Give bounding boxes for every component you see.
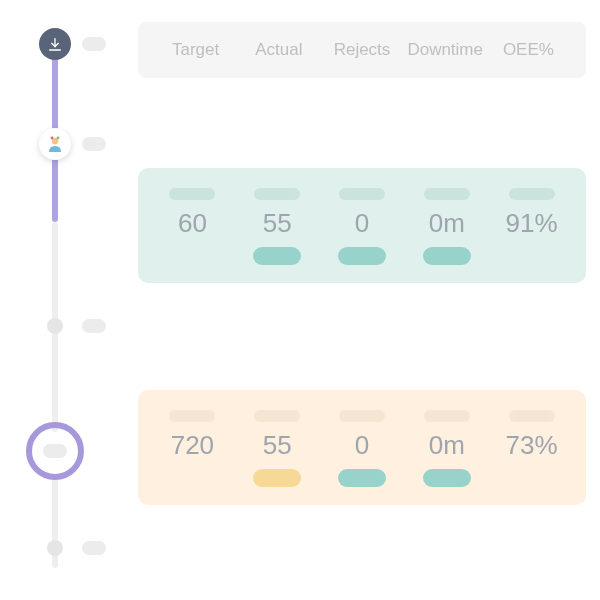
value-target: 720 bbox=[171, 430, 214, 461]
svg-point-3 bbox=[51, 137, 54, 140]
timeline-current-label bbox=[43, 444, 67, 458]
timeline-label-3 bbox=[82, 319, 106, 333]
actual-button[interactable] bbox=[253, 247, 301, 265]
rejects-button[interactable] bbox=[338, 469, 386, 487]
value-oee: 91% bbox=[506, 208, 558, 239]
label-chip bbox=[169, 188, 215, 200]
value-actual: 55 bbox=[263, 430, 292, 461]
value-target: 60 bbox=[178, 208, 207, 239]
label-chip bbox=[339, 188, 385, 200]
label-chip bbox=[339, 410, 385, 422]
label-chip bbox=[509, 410, 555, 422]
metrics-row-shift: 720 55 0 0m 73% bbox=[138, 390, 586, 505]
downtime-button[interactable] bbox=[423, 247, 471, 265]
label-chip bbox=[254, 410, 300, 422]
label-chip bbox=[254, 188, 300, 200]
rejects-button[interactable] bbox=[338, 247, 386, 265]
label-chip bbox=[424, 410, 470, 422]
header-rejects: Rejects bbox=[320, 40, 403, 60]
value-actual: 55 bbox=[263, 208, 292, 239]
metrics-header-row: Target Actual Rejects Downtime OEE% bbox=[138, 22, 586, 78]
actual-button[interactable] bbox=[253, 469, 301, 487]
svg-point-4 bbox=[57, 137, 60, 140]
timeline-dot-2[interactable] bbox=[47, 540, 63, 556]
timeline-dot-1[interactable] bbox=[47, 318, 63, 334]
timeline-operator-node[interactable] bbox=[39, 128, 71, 160]
header-oee: OEE% bbox=[487, 40, 570, 60]
header-target: Target bbox=[154, 40, 237, 60]
timeline-label-4 bbox=[82, 541, 106, 555]
timeline-label-2 bbox=[82, 137, 106, 151]
metrics-row-hour: 60 55 0 0m 91% bbox=[138, 168, 586, 283]
downtime-button[interactable] bbox=[423, 469, 471, 487]
timeline-start-node[interactable] bbox=[39, 28, 71, 60]
header-actual: Actual bbox=[237, 40, 320, 60]
value-rejects: 0 bbox=[355, 430, 369, 461]
arrow-down-icon bbox=[47, 36, 63, 52]
label-chip bbox=[509, 188, 555, 200]
value-oee: 73% bbox=[506, 430, 558, 461]
value-downtime: 0m bbox=[429, 208, 465, 239]
timeline-label-1 bbox=[82, 37, 106, 51]
operator-avatar-icon bbox=[46, 135, 64, 153]
label-chip bbox=[169, 410, 215, 422]
header-downtime: Downtime bbox=[404, 40, 487, 60]
value-downtime: 0m bbox=[429, 430, 465, 461]
value-rejects: 0 bbox=[355, 208, 369, 239]
label-chip bbox=[424, 188, 470, 200]
